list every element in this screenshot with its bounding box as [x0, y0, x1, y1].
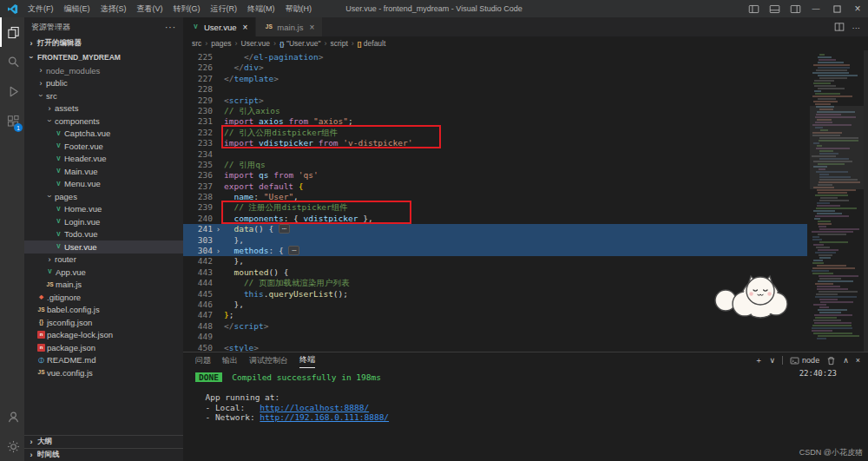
tree-item-menu-vue[interactable]: VMenu.vue	[24, 178, 183, 191]
breadcrumb-item[interactable]: src	[192, 39, 201, 48]
menu-selection[interactable]: 选择(S)	[95, 3, 132, 15]
terminal[interactable]: 22:40:23 DONE Compiled successfully in 1…	[183, 368, 868, 461]
code-line-230[interactable]: 230// 引入axios	[183, 106, 807, 116]
code-line-240[interactable]: 240 components: { vdistpicker },	[183, 214, 807, 224]
menu-edit[interactable]: 编辑(E)	[59, 3, 95, 15]
code-line-235[interactable]: 235// 引用qs	[183, 160, 807, 170]
breadcrumb-item[interactable]: [] default	[358, 39, 386, 48]
code-line-229[interactable]: 229<script>	[183, 95, 807, 106]
code-line-228[interactable]: 228	[183, 84, 807, 95]
breadcrumb-item[interactable]: pages	[211, 39, 231, 48]
run-debug-icon[interactable]	[0, 76, 24, 106]
menu-file[interactable]: 文件(F)	[23, 3, 59, 15]
tree-item-public[interactable]: ›public	[24, 77, 183, 90]
terminal-link[interactable]: http://localhost:8888/	[260, 403, 369, 412]
code-line-231[interactable]: 231import axios from "axios";	[183, 116, 807, 127]
maximize-button[interactable]	[826, 0, 847, 17]
panel-tab-terminal[interactable]: 终端	[299, 352, 315, 368]
panel-tab-output[interactable]: 输出	[222, 352, 238, 368]
tab-user-vue[interactable]: VUser.vue×	[183, 17, 256, 36]
minimize-button[interactable]: —	[806, 0, 826, 17]
chevron-down-icon[interactable]: ∨	[770, 356, 776, 365]
code-line-304[interactable]: 304› methods: { ⋯	[183, 246, 807, 256]
tree-item-package-lock-json[interactable]: npackage-lock.json	[24, 329, 183, 342]
outline-section[interactable]: › 大纲	[24, 435, 183, 448]
panel-tab-debug-console[interactable]: 调试控制台	[249, 352, 288, 368]
code-line-303[interactable]: 303 },	[183, 235, 807, 246]
fold-chevron-icon[interactable]: ›	[213, 224, 224, 234]
tree-item-login-vue[interactable]: VLogin.vue	[24, 215, 183, 228]
minimap[interactable]	[810, 50, 864, 352]
tree-item-jsconfig-json[interactable]: {}jsconfig.json	[24, 316, 183, 329]
tree-item-assets[interactable]: ›assets	[24, 102, 183, 115]
editor-scrollbar[interactable]	[864, 50, 868, 352]
tree-item-pages[interactable]: ›pages	[24, 190, 183, 203]
code-line-234[interactable]: 234	[183, 149, 807, 160]
tree-item-todo-vue[interactable]: VTodo.vue	[24, 228, 183, 241]
settings-gear-icon[interactable]	[0, 431, 24, 461]
code-line-237[interactable]: 237export default {	[183, 181, 807, 192]
tree-item-node-modules[interactable]: ›node_modules	[24, 64, 183, 77]
timeline-section[interactable]: › 时间线	[24, 448, 183, 461]
code-line-241[interactable]: 241› data() { ⋯	[183, 224, 807, 234]
toggle-panel-icon[interactable]	[764, 0, 785, 17]
toggle-sidebar-icon[interactable]	[743, 0, 764, 17]
code-editor[interactable]: 225 </el-pagination>226 </div>227</templ…	[183, 50, 868, 352]
code-line-226[interactable]: 226 </div>	[183, 63, 807, 73]
close-button[interactable]: ×	[847, 0, 868, 17]
terminal-link[interactable]: http://192.168.0.111:8888/	[260, 412, 389, 422]
code-line-233[interactable]: 233import vdistpicker from 'v-distpicker…	[183, 138, 807, 148]
breadcrumb-item[interactable]: {} "User.vue"	[279, 39, 320, 48]
tree-item-app-vue[interactable]: VApp.vue	[24, 266, 183, 279]
code-line-238[interactable]: 238 name: "User",	[183, 192, 807, 202]
search-icon[interactable]	[0, 47, 24, 76]
breadcrumb-item[interactable]: script	[330, 39, 347, 48]
maximize-panel-icon[interactable]: ∧	[843, 356, 849, 365]
close-tab-icon[interactable]: ×	[243, 23, 248, 32]
tab-main-js[interactable]: JSmain.js×	[256, 17, 323, 36]
menu-run[interactable]: 运行(R)	[206, 3, 243, 15]
tree-item-package-json[interactable]: npackage.json	[24, 341, 183, 354]
toggle-secondary-sidebar-icon[interactable]	[785, 0, 806, 17]
split-editor-icon[interactable]	[834, 22, 845, 32]
tree-item--gitignore[interactable]: ◆.gitignore	[24, 291, 183, 304]
code-line-225[interactable]: 225 </el-pagination>	[183, 52, 807, 63]
close-tab-icon[interactable]: ×	[309, 23, 314, 32]
tree-item-footer-vue[interactable]: VFooter.vue	[24, 140, 183, 153]
code-line-239[interactable]: 239 // 注册公用distpicker组件	[183, 202, 807, 213]
more-actions-icon[interactable]: ···	[165, 23, 176, 32]
tree-item-babel-config-js[interactable]: JSbabel.config.js	[24, 304, 183, 317]
tree-item-router[interactable]: ›router	[24, 254, 183, 267]
menu-view[interactable]: 查看(V)	[132, 3, 168, 15]
breadcrumb-item[interactable]: User.vue	[241, 39, 271, 48]
menu-go[interactable]: 转到(G)	[168, 3, 206, 15]
open-editors-section[interactable]: › 打开的编辑器	[24, 36, 183, 50]
fold-chevron-icon[interactable]: ›	[213, 246, 224, 256]
minimap-slider[interactable]	[810, 106, 864, 189]
account-icon[interactable]	[0, 402, 24, 431]
code-line-236[interactable]: 236import qs from 'qs'	[183, 170, 807, 181]
tree-item-src[interactable]: ›src	[24, 89, 183, 102]
tree-item-home-vue[interactable]: VHome.vue	[24, 203, 183, 216]
new-terminal-icon[interactable]: ＋	[755, 355, 763, 366]
tree-item-header-vue[interactable]: VHeader.vue	[24, 153, 183, 166]
tree-item-readme-md[interactable]: ⓘREADME.md	[24, 354, 183, 367]
code-line-227[interactable]: 227</template>	[183, 74, 807, 84]
close-panel-icon[interactable]: ×	[856, 356, 860, 365]
tree-item-vue-config-js[interactable]: JSvue.config.js	[24, 366, 183, 379]
more-actions-icon[interactable]: ···	[852, 23, 861, 32]
tree-item-user-vue[interactable]: VUser.vue	[24, 240, 183, 254]
extensions-icon[interactable]: 1	[0, 106, 24, 135]
trash-icon[interactable]	[826, 356, 836, 366]
menu-terminal[interactable]: 终端(M)	[242, 3, 280, 15]
tree-item-components[interactable]: ›components	[24, 115, 183, 128]
tree-item-captcha-vue[interactable]: VCaptcha.vue	[24, 128, 183, 141]
code-line-232[interactable]: 232// 引入公用distpicker组件	[183, 128, 807, 138]
terminal-shell-item[interactable]: node	[790, 356, 819, 366]
explorer-icon[interactable]	[0, 17, 24, 47]
code-line-449[interactable]: 449	[183, 332, 807, 342]
menu-help[interactable]: 帮助(H)	[280, 3, 318, 15]
code-line-450[interactable]: 450<style>	[183, 343, 807, 352]
tree-item-main-js[interactable]: JSmain.js	[24, 279, 183, 292]
project-section[interactable]: › FRONTEND_MYDREAM	[24, 50, 183, 64]
